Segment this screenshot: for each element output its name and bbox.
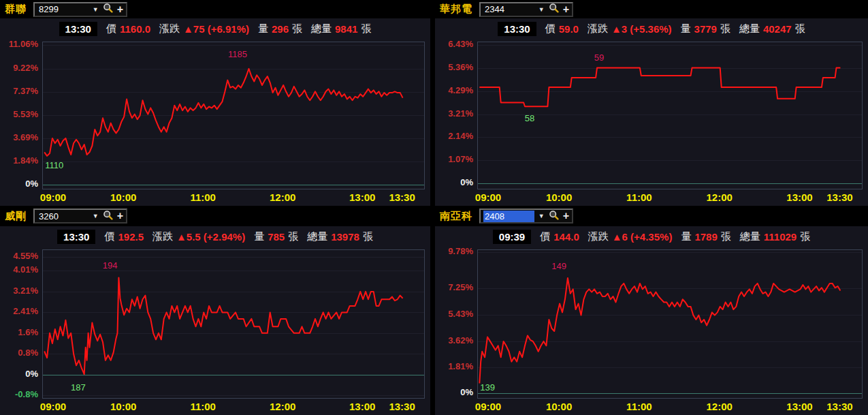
panel-header: 華邦電 2344 ▼ + xyxy=(435,0,868,18)
x-axis-label: 13:00 xyxy=(349,191,375,203)
status-bar: 09:39 價144.0 漲跌▲6 (+4.35%) 量1789張 總量1110… xyxy=(435,226,868,247)
high-price-annotation: 149 xyxy=(551,261,566,271)
intraday-chart: 11.06%9.22%7.37%5.53%3.69%1.84%0%09:0010… xyxy=(0,39,430,206)
price-line xyxy=(44,69,402,156)
stock-code-input[interactable]: 8299 xyxy=(37,3,89,15)
high-price-annotation: 59 xyxy=(594,52,604,63)
search-icon[interactable] xyxy=(103,3,113,16)
x-axis-label: 10:00 xyxy=(110,401,136,412)
volume-label: 量 xyxy=(258,22,268,35)
y-axis-label: 5.43% xyxy=(435,309,473,319)
stock-code-input[interactable]: 3260 xyxy=(37,211,89,222)
x-axis-label: 11:00 xyxy=(626,191,652,203)
search-icon[interactable] xyxy=(549,3,559,16)
stock-code-combobox[interactable]: 3260 ▼ + xyxy=(33,209,127,224)
y-axis-label: 0.8% xyxy=(0,348,38,358)
y-axis-label: 1.6% xyxy=(0,327,38,337)
panel-header: 群聯 8299 ▼ + xyxy=(0,0,430,18)
price-label: 價 xyxy=(104,230,114,243)
x-axis-label: 13:30 xyxy=(389,401,415,412)
y-axis-label: 3.21% xyxy=(0,286,38,296)
price-line-svg xyxy=(43,42,424,189)
x-axis-label: 10:00 xyxy=(546,401,572,412)
x-axis-label: 09:00 xyxy=(40,191,66,203)
x-axis-label: 10:00 xyxy=(110,191,136,203)
x-axis-label: 11:00 xyxy=(190,401,216,412)
chevron-down-icon[interactable]: ▼ xyxy=(93,6,99,13)
intraday-chart: 9.78%7.25%5.43%3.62%1.81%0%09:0010:0011:… xyxy=(435,247,868,415)
status-bar: 13:30 價1160.0 漲跌▲75 (+6.91%) 量296張 總量984… xyxy=(0,18,430,39)
x-axis-label: 13:30 xyxy=(826,401,852,412)
stock-code-input[interactable]: 2408 xyxy=(483,211,534,222)
total-volume-value: 13978 xyxy=(331,231,359,243)
price-value: 1160.0 xyxy=(120,23,150,35)
y-axis-label: 5.36% xyxy=(435,62,473,72)
total-volume-value: 9841 xyxy=(335,23,357,35)
y-axis-label: 4.01% xyxy=(0,264,38,275)
chevron-down-icon[interactable]: ▼ xyxy=(93,213,99,219)
volume-value: 785 xyxy=(268,231,285,243)
stock-name: 群聯 xyxy=(5,3,27,16)
add-icon[interactable]: + xyxy=(563,211,569,221)
search-icon[interactable] xyxy=(103,210,113,223)
chevron-down-icon[interactable]: ▼ xyxy=(539,213,545,219)
quote-time: 13:30 xyxy=(59,22,97,36)
y-axis-label: 2.41% xyxy=(0,306,38,316)
volume-unit: 張 xyxy=(288,230,298,243)
status-bar: 13:30 價59.0 漲跌▲3 (+5.36%) 量3779張 總量40247… xyxy=(435,18,868,39)
volume-label: 量 xyxy=(681,22,691,35)
quote-time: 09:39 xyxy=(493,230,531,244)
add-icon[interactable]: + xyxy=(117,211,123,221)
quote-time: 13:30 xyxy=(498,22,536,36)
stock-code-combobox[interactable]: 2344 ▼ + xyxy=(479,2,573,17)
stock-code-input[interactable]: 2344 xyxy=(483,3,534,15)
add-icon[interactable]: + xyxy=(117,4,123,15)
panel-body: 13:30 價192.5 漲跌▲5.5 (+2.94%) 量785張 總量139… xyxy=(0,226,430,415)
price-line-svg xyxy=(478,250,862,398)
status-bar: 13:30 價192.5 漲跌▲5.5 (+2.94%) 量785張 總量139… xyxy=(0,226,430,247)
low-price-annotation: 187 xyxy=(71,382,86,392)
intraday-chart: 4.55%4.01%3.21%2.41%1.6%0.8%0%-0.8%09:00… xyxy=(0,247,430,415)
price-line xyxy=(44,277,402,374)
y-axis-label: 1.07% xyxy=(435,154,473,164)
volume-label: 量 xyxy=(254,230,264,243)
search-icon[interactable] xyxy=(549,210,559,223)
volume-unit: 張 xyxy=(292,22,302,35)
stock-code-combobox[interactable]: 8299 ▼ + xyxy=(33,2,127,17)
x-axis-label: 12:00 xyxy=(270,401,295,412)
y-axis-label: 0% xyxy=(435,177,473,187)
y-axis-label: 11.06% xyxy=(0,39,38,49)
y-axis-label: 9.22% xyxy=(0,63,38,73)
stock-code-combobox[interactable]: 2408 ▼ + xyxy=(479,209,573,224)
y-axis-label: -0.8% xyxy=(0,389,38,399)
x-axis-label: 12:00 xyxy=(707,401,733,412)
y-axis-label: 7.37% xyxy=(0,86,38,96)
x-axis-label: 09:00 xyxy=(475,401,501,412)
x-axis-label: 11:00 xyxy=(190,191,216,203)
change-label: 漲跌 xyxy=(588,230,609,243)
x-axis-label: 13:00 xyxy=(349,401,375,412)
panel-adata: 威剛 3260 ▼ + 13:30 價192.5 漲跌▲5.5 (+2.94%)… xyxy=(0,206,430,415)
panel-body: 13:30 價1160.0 漲跌▲75 (+6.91%) 量296張 總量984… xyxy=(0,18,430,206)
chevron-down-icon[interactable]: ▼ xyxy=(539,6,545,13)
price-label: 價 xyxy=(106,22,116,35)
y-axis-label: 3.21% xyxy=(435,108,473,119)
low-price-annotation: 1110 xyxy=(45,159,63,170)
x-axis-label: 12:00 xyxy=(270,191,295,203)
y-axis-label: 5.53% xyxy=(0,109,38,119)
high-price-annotation: 1185 xyxy=(228,48,247,59)
plot-area xyxy=(42,249,425,399)
price-line xyxy=(479,278,840,384)
plot-area xyxy=(477,42,863,189)
price-line xyxy=(479,68,840,107)
x-axis-label: 13:00 xyxy=(786,401,812,412)
change-value: ▲5.5 (+2.94%) xyxy=(176,231,245,243)
y-axis-label: 6.43% xyxy=(435,39,473,49)
volume-value: 296 xyxy=(272,23,289,35)
panel-winbond: 華邦電 2344 ▼ + 13:30 價59.0 漲跌▲3 (+5.36%) 量… xyxy=(435,0,868,206)
total-volume-unit: 張 xyxy=(361,22,371,35)
add-icon[interactable]: + xyxy=(563,4,569,15)
y-axis-label: 7.25% xyxy=(435,282,473,292)
total-volume-unit: 張 xyxy=(363,230,373,243)
total-volume-label: 總量 xyxy=(311,22,332,35)
